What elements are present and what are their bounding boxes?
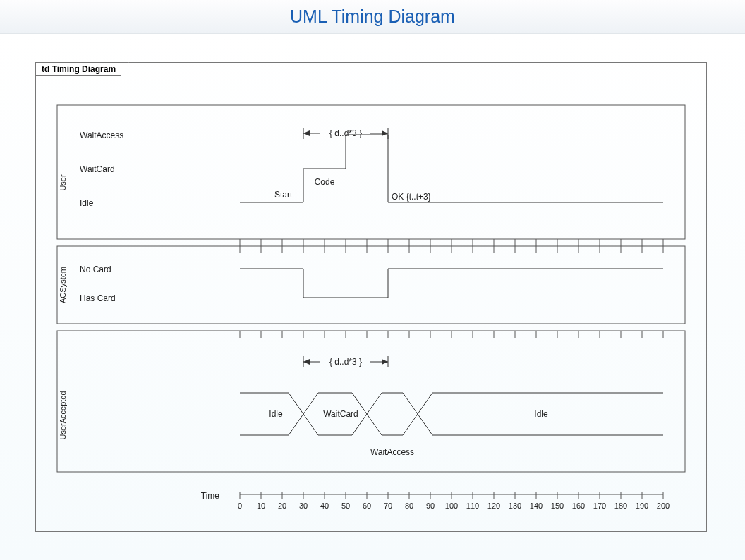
svg-text:60: 60 <box>363 501 371 510</box>
svg-text:20: 20 <box>278 501 286 510</box>
svg-rect-28 <box>57 246 685 324</box>
svg-marker-6 <box>382 130 388 136</box>
svg-text:0: 0 <box>238 501 242 510</box>
svg-text:110: 110 <box>466 501 479 510</box>
svg-text:200: 200 <box>657 501 670 510</box>
time-axis-label: Time <box>201 491 220 501</box>
svg-marker-5 <box>303 130 310 136</box>
user-event-start: Start <box>274 190 293 200</box>
svg-text:90: 90 <box>426 501 435 510</box>
svg-text:170: 170 <box>593 501 606 510</box>
svg-rect-0 <box>57 105 685 239</box>
user-state-waitcard: WaitCard <box>80 164 115 174</box>
svg-text:30: 30 <box>299 501 308 510</box>
acsystem-state-hascard: Has Card <box>80 293 116 303</box>
timing-frame: td Timing Diagram User WaitAccess WaitCa… <box>35 62 707 532</box>
timing-svg: User WaitAccess WaitCard Idle { d..d*3 } <box>36 63 708 532</box>
lane-acsystem: ACSystem No Card Has Card <box>57 246 685 324</box>
useraccepted-constraint-text: { d..d*3 } <box>329 357 362 367</box>
svg-text:120: 120 <box>487 501 500 510</box>
svg-text:40: 40 <box>320 501 329 510</box>
header-bar: UML Timing Diagram <box>0 0 745 34</box>
time-axis: Time 01020304050607080901001101201301401… <box>201 491 670 510</box>
user-event-code: Code <box>315 177 335 187</box>
lane-acsystem-label: ACSystem <box>59 267 67 303</box>
svg-text:130: 130 <box>509 501 521 510</box>
svg-text:50: 50 <box>341 501 350 510</box>
svg-text:140: 140 <box>530 501 543 510</box>
lane-useraccepted: UserAccepted { d..d*3 } <box>57 331 685 472</box>
ua-seg-idle2: Idle <box>534 409 548 419</box>
svg-text:70: 70 <box>384 501 392 510</box>
page-title: UML Timing Diagram <box>290 6 455 27</box>
acsystem-state-nocard: No Card <box>80 264 111 274</box>
ua-seg-waitaccess: WaitAccess <box>370 447 414 457</box>
user-state-idle: Idle <box>80 198 94 208</box>
svg-text:190: 190 <box>636 501 648 510</box>
user-event-ok: OK {t..t+3} <box>392 192 431 202</box>
svg-text:160: 160 <box>572 501 585 510</box>
svg-text:150: 150 <box>551 501 564 510</box>
ua-seg-waitcard: WaitCard <box>323 409 358 419</box>
svg-text:10: 10 <box>257 501 265 510</box>
svg-marker-55 <box>303 359 310 365</box>
user-state-waitaccess: WaitAccess <box>80 130 123 140</box>
lane-user-label: User <box>59 174 67 191</box>
useraccepted-constraint: { d..d*3 } <box>303 356 388 367</box>
user-constraint-text: { d..d*3 } <box>329 128 362 138</box>
svg-text:100: 100 <box>445 501 458 510</box>
svg-marker-56 <box>382 359 388 365</box>
lane-useraccepted-label: UserAccepted <box>59 391 67 439</box>
lane-user: User WaitAccess WaitCard Idle { d..d*3 } <box>57 105 685 246</box>
ua-seg-idle1: Idle <box>269 409 283 419</box>
diagram-canvas: td Timing Diagram User WaitAccess WaitCa… <box>0 34 745 560</box>
user-constraint: { d..d*3 } <box>303 128 388 139</box>
svg-text:80: 80 <box>405 501 413 510</box>
svg-text:180: 180 <box>614 501 627 510</box>
